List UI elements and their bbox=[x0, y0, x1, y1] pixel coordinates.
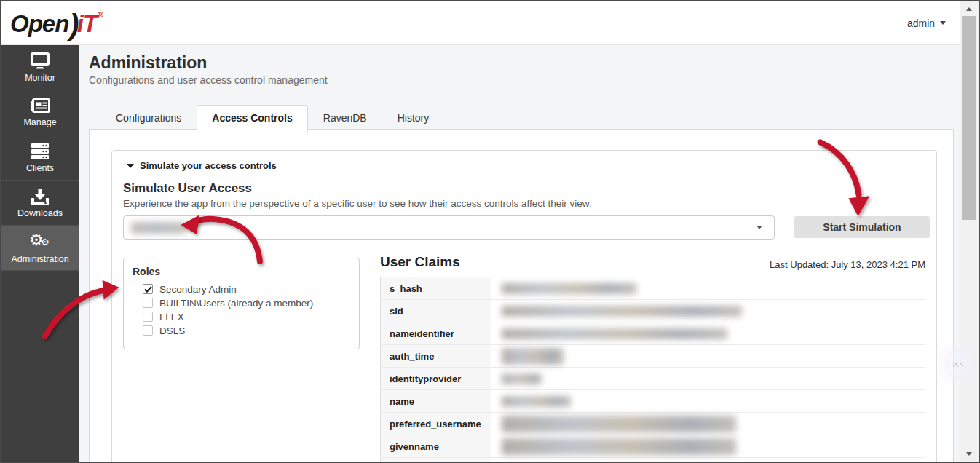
user-claims-table: s_hash sid nameidentifier bbox=[380, 277, 925, 463]
table-row: givenname bbox=[381, 435, 925, 458]
checkbox-checked-icon[interactable] bbox=[143, 284, 153, 294]
table-row: sid bbox=[381, 300, 925, 322]
role-checkbox-builtin-users[interactable]: BUILTIN\Users (already a member) bbox=[143, 298, 313, 308]
checkbox-unchecked-icon[interactable] bbox=[143, 312, 153, 322]
claim-key: sid bbox=[381, 300, 491, 322]
tab-ravendb[interactable]: RavenDB bbox=[308, 105, 382, 132]
registered-mark: ® bbox=[98, 10, 103, 19]
manage-icon bbox=[30, 98, 50, 114]
tab-history[interactable]: History bbox=[382, 105, 445, 132]
role-checkbox-dsls[interactable]: DSLS bbox=[143, 325, 313, 336]
claim-key: givenname bbox=[381, 435, 491, 458]
sidebar-item-label: Monitor bbox=[25, 73, 55, 83]
claim-value-redacted bbox=[491, 300, 925, 322]
page-subtitle: Configurations and user access control m… bbox=[89, 74, 328, 86]
chevron-down-icon bbox=[756, 226, 762, 229]
checkbox-unchecked-icon[interactable] bbox=[143, 325, 153, 336]
table-row: preferred_username bbox=[381, 413, 925, 435]
triangle-down-icon bbox=[966, 452, 972, 456]
openit-logo: Open)iT® bbox=[10, 9, 103, 41]
tab-access-controls[interactable]: Access Controls bbox=[197, 105, 307, 132]
user-select-dropdown[interactable] bbox=[123, 215, 775, 240]
claim-value-redacted bbox=[491, 390, 925, 413]
roles-label: Roles bbox=[133, 266, 160, 277]
claim-value-redacted bbox=[491, 277, 925, 300]
simulate-description: Experience the app from the perspective … bbox=[123, 198, 592, 209]
claim-value-redacted bbox=[491, 435, 925, 458]
claim-value-redacted bbox=[491, 322, 925, 345]
start-simulation-button[interactable]: Start Simulation bbox=[794, 216, 930, 238]
expander-label: Simulate your access controls bbox=[140, 160, 277, 171]
app-window: Open)iT® admin Monitor Manage Clients bbox=[0, 0, 980, 463]
role-checkbox-flex[interactable]: FLEX bbox=[143, 312, 313, 322]
claim-key: nameidentifier bbox=[381, 322, 491, 345]
main-content: Administration Configurations and user a… bbox=[79, 45, 960, 462]
redacted-selected-user bbox=[131, 222, 186, 234]
vertical-scrollbar[interactable] bbox=[960, 1, 979, 462]
user-menu[interactable]: admin bbox=[893, 1, 960, 44]
user-claims-header: User Claims Last Updated: July 13, 2023 … bbox=[380, 254, 925, 270]
role-label: BUILTIN\Users (already a member) bbox=[159, 298, 313, 309]
scrollbar-thumb[interactable] bbox=[962, 16, 976, 220]
tab-configurations[interactable]: Configurations bbox=[100, 105, 197, 132]
roles-list: Secondary Admin BUILTIN\Users (already a… bbox=[143, 284, 313, 336]
tab-bar: Configurations Access Controls RavenDB H… bbox=[100, 105, 444, 132]
downloads-icon bbox=[31, 188, 50, 205]
role-checkbox-secondary-admin[interactable]: Secondary Admin bbox=[143, 284, 313, 294]
sidebar-item-label: Clients bbox=[26, 163, 54, 173]
table-row: nameidentifier bbox=[381, 322, 925, 345]
table-row: identityprovider bbox=[381, 368, 925, 390]
claim-key: name bbox=[381, 390, 491, 413]
tab-content-panel: Simulate your access controls Simulate U… bbox=[89, 129, 954, 463]
table-row bbox=[381, 458, 925, 463]
sidebar-item-monitor[interactable]: Monitor bbox=[1, 45, 79, 90]
top-header: Open)iT® admin bbox=[1, 1, 960, 45]
user-claims-title: User Claims bbox=[380, 254, 460, 270]
role-label: DSLS bbox=[159, 325, 185, 336]
scroll-up-button[interactable] bbox=[962, 3, 976, 15]
user-claims-section: User Claims Last Updated: July 13, 2023 … bbox=[380, 254, 925, 463]
table-row: name bbox=[381, 390, 925, 413]
gears-icon: ⚙⚙ bbox=[29, 232, 51, 251]
claim-key: auth_time bbox=[381, 345, 491, 368]
floating-widget[interactable]: >.< bbox=[945, 352, 971, 376]
user-menu-label: admin bbox=[907, 17, 935, 29]
triangle-down-icon bbox=[127, 164, 134, 168]
role-label: FLEX bbox=[159, 312, 184, 322]
role-label: Secondary Admin bbox=[159, 284, 237, 295]
table-row: s_hash bbox=[381, 277, 925, 300]
claim-value-redacted bbox=[491, 345, 925, 368]
clients-icon bbox=[31, 143, 50, 160]
claim-value-redacted bbox=[491, 368, 925, 390]
sidebar-item-label: Administration bbox=[11, 254, 68, 264]
simulate-expander[interactable]: Simulate your access controls bbox=[127, 160, 277, 171]
sidebar-item-manage[interactable]: Manage bbox=[1, 90, 79, 135]
sidebar-item-label: Downloads bbox=[17, 208, 63, 218]
monitor-icon bbox=[31, 52, 50, 70]
last-updated-text: Last Updated: July 13, 2023 4:21 PM bbox=[770, 259, 925, 270]
claim-key: preferred_username bbox=[381, 413, 491, 435]
simulate-access-panel: Simulate your access controls Simulate U… bbox=[111, 150, 937, 463]
claim-key: identityprovider bbox=[381, 368, 491, 390]
claim-value-redacted bbox=[491, 413, 925, 435]
table-row: auth_time bbox=[381, 345, 925, 368]
simulate-heading: Simulate User Access bbox=[123, 181, 252, 196]
triangle-up-icon bbox=[966, 7, 972, 11]
logo-text-it: iT bbox=[77, 10, 97, 37]
sidebar-nav: Monitor Manage Clients Downloads ⚙⚙ Admi… bbox=[1, 45, 79, 462]
logo-text-open: Open bbox=[10, 10, 68, 37]
sidebar-item-clients[interactable]: Clients bbox=[1, 135, 79, 181]
claim-key: s_hash bbox=[381, 277, 491, 300]
sidebar-item-administration[interactable]: ⚙⚙ Administration bbox=[1, 226, 79, 271]
roles-box: Roles Secondary Admin BUILTIN\Users (alr… bbox=[123, 258, 360, 349]
chevron-down-icon bbox=[940, 21, 946, 25]
sidebar-item-label: Manage bbox=[23, 117, 56, 127]
scroll-down-button[interactable] bbox=[962, 448, 976, 460]
sidebar-item-downloads[interactable]: Downloads bbox=[1, 181, 79, 226]
checkbox-unchecked-icon[interactable] bbox=[143, 298, 153, 308]
page-title: Administration bbox=[89, 53, 207, 73]
